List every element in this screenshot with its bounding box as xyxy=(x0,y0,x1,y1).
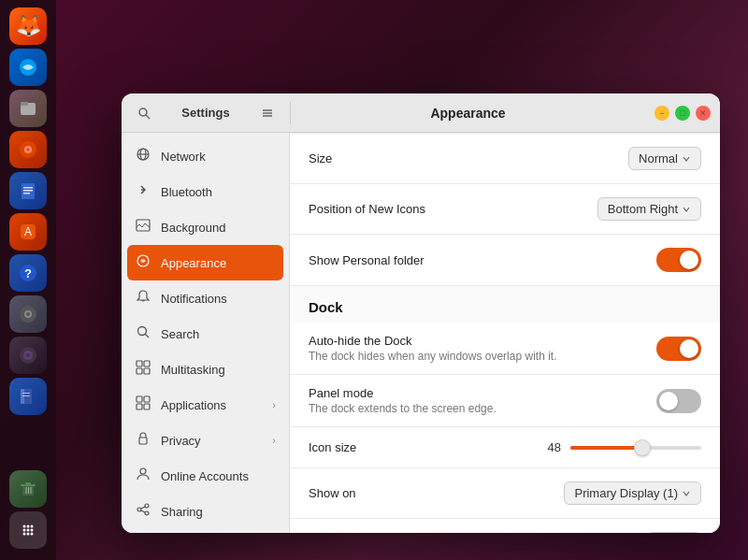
svg-rect-55 xyxy=(137,396,142,402)
svg-text:A: A xyxy=(24,225,32,238)
sidebar-item-sharing[interactable]: Sharing xyxy=(122,494,289,529)
sidebar-label-background: Background xyxy=(161,221,276,235)
applications-arrow: › xyxy=(272,399,276,410)
taskbar-settings-icon[interactable] xyxy=(9,295,47,333)
svg-point-30 xyxy=(23,525,26,528)
sidebar-item-network[interactable]: Network xyxy=(122,138,289,174)
sidebar-item-online-accounts[interactable]: Online Accounts xyxy=(122,458,289,494)
online-accounts-icon xyxy=(135,467,151,485)
sidebar-item-sound[interactable]: Sound xyxy=(122,529,289,533)
size-dropdown[interactable]: Normal xyxy=(628,147,701,170)
svg-rect-22 xyxy=(22,393,30,394)
svg-rect-53 xyxy=(137,368,142,374)
rhythmbox-icon[interactable] xyxy=(9,131,47,168)
show-on-dropdown-value: Primary Display (1) xyxy=(574,486,678,500)
taskbar-documents-icon[interactable] xyxy=(9,378,47,415)
trash-icon[interactable] xyxy=(9,470,47,508)
svg-point-34 xyxy=(27,529,30,532)
sidebar-item-background[interactable]: Background xyxy=(122,209,289,245)
svg-point-62 xyxy=(137,508,141,511)
svg-rect-7 xyxy=(23,187,33,189)
files-icon[interactable] xyxy=(9,90,47,127)
sidebar-label-privacy: Privacy xyxy=(161,434,263,448)
auto-hide-dock-label: Auto-hide the Dock xyxy=(309,334,556,348)
svg-rect-51 xyxy=(137,361,142,366)
show-personal-folder-thumb xyxy=(680,251,698,269)
svg-point-5 xyxy=(27,149,30,151)
show-on-dropdown[interactable]: Primary Display (1) xyxy=(564,481,701,505)
auto-hide-dock-desc: The dock hides when any windows overlap … xyxy=(309,350,556,363)
svg-point-60 xyxy=(140,468,146,474)
svg-point-36 xyxy=(23,533,26,536)
taskbar: 🦊 A ? xyxy=(0,0,56,560)
bluetooth-icon xyxy=(135,182,151,201)
hamburger-button[interactable] xyxy=(254,100,280,126)
size-label: Size xyxy=(309,151,332,165)
position-new-icons-dropdown-value: Bottom Right xyxy=(608,202,678,216)
main-content: Size Normal Position of New Icons Bottom… xyxy=(290,133,720,533)
panel-mode-toggle[interactable] xyxy=(656,389,701,413)
optical-icon[interactable] xyxy=(9,337,47,374)
svg-rect-27 xyxy=(26,487,27,494)
sidebar-item-multitasking[interactable]: Multitasking xyxy=(122,352,289,387)
sidebar-label-online-accounts: Online Accounts xyxy=(161,469,276,483)
writer-icon[interactable] xyxy=(9,172,47,209)
icon-size-slider[interactable] xyxy=(570,446,701,450)
privacy-icon xyxy=(135,431,151,450)
appstore-icon[interactable]: A xyxy=(9,213,47,251)
search-button[interactable] xyxy=(131,100,157,126)
auto-hide-dock-toggle[interactable] xyxy=(656,337,701,361)
icon-size-row: Icon size 48 xyxy=(290,427,720,468)
sidebar-item-notifications[interactable]: Notifications xyxy=(122,280,289,316)
sidebar-item-applications[interactable]: Applications › xyxy=(122,387,289,423)
network-icon xyxy=(135,147,151,165)
svg-point-16 xyxy=(26,312,30,316)
sharing-icon xyxy=(135,502,151,521)
svg-line-64 xyxy=(141,507,145,509)
app-grid-icon[interactable] xyxy=(9,511,47,549)
panel-mode-thumb xyxy=(659,392,678,410)
panel-mode-desc: The dock extends to the screen edge. xyxy=(309,402,496,415)
sidebar-item-search[interactable]: Search xyxy=(122,316,289,352)
show-personal-folder-row: Show Personal folder xyxy=(290,235,720,286)
panel-mode-info: Panel mode The dock extends to the scree… xyxy=(309,386,496,415)
svg-line-40 xyxy=(146,115,150,119)
sidebar-label-sharing: Sharing xyxy=(161,505,276,519)
svg-line-65 xyxy=(141,510,145,512)
help-icon[interactable]: ? xyxy=(9,254,47,292)
settings-window: Settings Appearance − □ ✕ xyxy=(122,93,720,533)
svg-point-38 xyxy=(31,533,34,536)
minimize-button[interactable]: − xyxy=(654,106,669,121)
sidebar: Network Bluetooth Background Appearance xyxy=(122,133,290,533)
svg-rect-2 xyxy=(21,102,28,106)
maximize-button[interactable]: □ xyxy=(675,106,690,121)
sidebar-item-privacy[interactable]: Privacy › xyxy=(122,423,289,458)
sidebar-item-bluetooth[interactable]: Bluetooth xyxy=(122,174,289,209)
svg-rect-26 xyxy=(25,482,31,484)
svg-point-35 xyxy=(31,529,34,532)
svg-rect-25 xyxy=(21,484,36,486)
position-on-screen-dropdown[interactable]: Left xyxy=(647,532,701,533)
close-button[interactable]: ✕ xyxy=(696,106,711,121)
icon-size-slider-container: 48 xyxy=(538,440,701,454)
applications-icon xyxy=(135,395,151,414)
position-new-icons-dropdown[interactable]: Bottom Right xyxy=(597,197,701,221)
show-on-label: Show on xyxy=(309,486,356,500)
panel-mode-row: Panel mode The dock extends to the scree… xyxy=(290,375,720,427)
position-new-icons-row: Position of New Icons Bottom Right xyxy=(290,184,720,235)
svg-point-39 xyxy=(139,108,147,116)
svg-rect-23 xyxy=(22,395,30,396)
sidebar-item-appearance[interactable]: Appearance xyxy=(127,245,283,280)
sidebar-label-network: Network xyxy=(161,150,276,164)
position-new-icons-value: Bottom Right xyxy=(597,197,701,221)
show-on-value: Primary Display (1) xyxy=(564,481,701,505)
firefox-icon[interactable]: 🦊 xyxy=(9,7,47,45)
icon-size-thumb[interactable] xyxy=(634,439,651,456)
svg-line-50 xyxy=(146,335,150,338)
multitasking-icon xyxy=(135,360,151,379)
sidebar-label-bluetooth: Bluetooth xyxy=(161,185,276,199)
thunderbird-icon[interactable] xyxy=(9,49,47,86)
show-personal-folder-toggle[interactable] xyxy=(656,248,701,272)
background-icon xyxy=(135,218,151,237)
position-on-screen-value: Left xyxy=(647,532,701,533)
